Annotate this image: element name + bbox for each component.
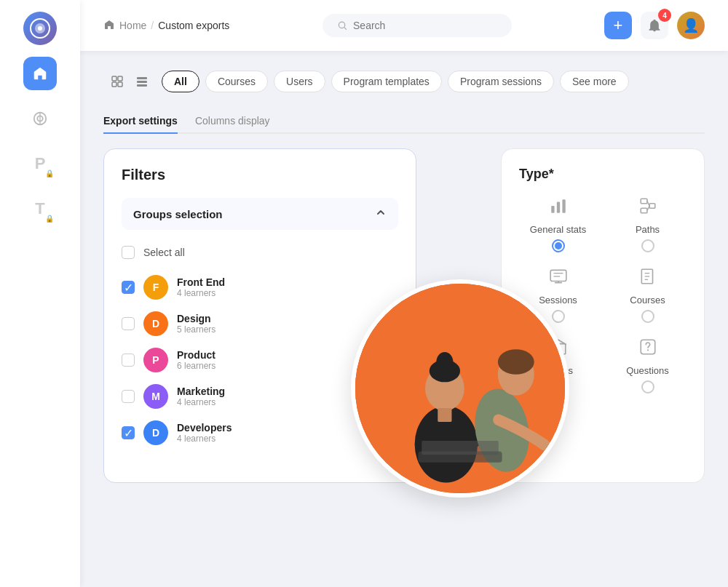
group-count-developers: 4 learners bbox=[177, 434, 232, 444]
courses-icon bbox=[638, 267, 657, 290]
breadcrumb-current: Custom exports bbox=[158, 20, 229, 31]
svg-rect-36 bbox=[550, 270, 566, 281]
group-checkbox-frontend[interactable]: ✓ bbox=[122, 281, 135, 294]
svg-rect-11 bbox=[118, 82, 122, 87]
type-label-courses: Courses bbox=[630, 295, 665, 306]
type-option-courses[interactable]: Courses bbox=[609, 267, 687, 323]
type-label-general-stats: General stats bbox=[530, 224, 586, 235]
group-name-frontend: Front End bbox=[177, 276, 225, 288]
svg-rect-32 bbox=[641, 208, 647, 213]
bar-view-button[interactable] bbox=[131, 71, 153, 92]
group-name-design: Design bbox=[177, 313, 215, 324]
group-count-design: 5 learners bbox=[177, 324, 215, 335]
svg-rect-21 bbox=[438, 408, 451, 422]
chevron-up-icon bbox=[375, 207, 387, 221]
group-checkbox-product[interactable] bbox=[122, 354, 135, 367]
grid-view-button[interactable] bbox=[106, 71, 128, 92]
group-count-marketing: 4 learners bbox=[177, 397, 225, 407]
svg-rect-8 bbox=[112, 76, 116, 81]
svg-rect-14 bbox=[137, 84, 147, 87]
svg-rect-10 bbox=[112, 82, 116, 87]
sidebar-item-p[interactable]: P 🔒 bbox=[23, 147, 57, 180]
filter-tabs: All Courses Users Program templates Prog… bbox=[103, 68, 705, 95]
svg-rect-30 bbox=[562, 199, 565, 212]
search-input[interactable] bbox=[353, 20, 497, 31]
svg-rect-12 bbox=[137, 77, 147, 79]
svg-rect-28 bbox=[551, 206, 554, 213]
group-avatar-product: P bbox=[143, 348, 168, 372]
group-avatar-developers: D bbox=[143, 420, 168, 445]
header: Home / Custom exports + 4 bbox=[80, 0, 728, 51]
add-button[interactable]: + bbox=[604, 12, 632, 39]
svg-point-20 bbox=[436, 352, 453, 372]
filter-tab-all[interactable]: All bbox=[162, 71, 199, 92]
group-checkbox-developers[interactable]: ✓ bbox=[122, 426, 135, 439]
svg-point-48 bbox=[646, 349, 648, 351]
svg-rect-27 bbox=[422, 441, 499, 455]
breadcrumb-sep: / bbox=[151, 20, 154, 31]
filter-tab-see-more[interactable]: See more bbox=[560, 71, 629, 92]
group-name-marketing: Marketing bbox=[177, 386, 225, 397]
sidebar-logo bbox=[23, 12, 57, 45]
search-icon bbox=[337, 20, 347, 31]
breadcrumb: Home / Custom exports bbox=[103, 19, 229, 33]
select-all-row[interactable]: Select all bbox=[122, 241, 398, 263]
panels: Filters Groups selection Select a bbox=[103, 148, 705, 483]
type-radio-questions[interactable] bbox=[641, 380, 654, 394]
type-label-paths: Paths bbox=[636, 224, 660, 235]
header-actions: + 4 👤 bbox=[604, 12, 705, 39]
group-name-product: Product bbox=[177, 349, 215, 361]
group-name-developers: Developers bbox=[177, 422, 232, 434]
sidebar-item-t[interactable]: T 🔒 bbox=[23, 192, 57, 225]
type-option-general-stats[interactable]: General stats bbox=[519, 196, 597, 252]
svg-rect-31 bbox=[641, 199, 647, 204]
tab-columns-display[interactable]: Columns display bbox=[195, 109, 270, 134]
svg-rect-29 bbox=[556, 202, 559, 213]
sidebar-item-circle[interactable] bbox=[23, 102, 57, 135]
sidebar: P 🔒 T 🔒 bbox=[0, 0, 80, 587]
questions-icon bbox=[638, 338, 657, 361]
group-avatar-marketing: M bbox=[143, 384, 168, 409]
content: All Courses Users Program templates Prog… bbox=[80, 51, 728, 587]
type-radio-general-stats[interactable] bbox=[552, 239, 565, 252]
svg-point-24 bbox=[498, 349, 534, 375]
group-avatar-design: D bbox=[143, 311, 168, 336]
type-radio-paths[interactable] bbox=[641, 239, 654, 252]
groups-selection-header[interactable]: Groups selection bbox=[122, 198, 398, 230]
sidebar-item-home[interactable] bbox=[23, 57, 57, 90]
group-checkbox-marketing[interactable] bbox=[122, 390, 135, 403]
svg-rect-13 bbox=[137, 81, 147, 83]
svg-rect-9 bbox=[118, 76, 122, 81]
general-stats-icon bbox=[549, 196, 568, 220]
select-all-checkbox[interactable] bbox=[122, 246, 135, 259]
search-bar[interactable] bbox=[323, 14, 512, 37]
type-radio-courses[interactable] bbox=[641, 310, 654, 323]
page-tabs: Export settings Columns display bbox=[103, 109, 705, 134]
group-avatar-frontend: F bbox=[143, 275, 168, 300]
group-count-frontend: 4 learners bbox=[177, 288, 225, 298]
select-all-label: Select all bbox=[143, 247, 185, 258]
notification-badge: 4 bbox=[658, 9, 671, 22]
tab-export-settings[interactable]: Export settings bbox=[103, 109, 178, 134]
groups-selection-label: Groups selection bbox=[133, 208, 223, 220]
filter-tab-courses[interactable]: Courses bbox=[205, 71, 268, 92]
type-option-questions[interactable]: Questions bbox=[609, 338, 687, 394]
type-title: Type* bbox=[519, 167, 687, 182]
filter-tab-users[interactable]: Users bbox=[274, 71, 325, 92]
user-avatar[interactable]: 👤 bbox=[677, 12, 705, 39]
svg-point-25 bbox=[539, 441, 553, 450]
view-toggle bbox=[103, 68, 156, 95]
group-checkbox-design[interactable] bbox=[122, 317, 135, 330]
filters-title: Filters bbox=[122, 167, 398, 183]
type-option-paths[interactable]: Paths bbox=[609, 196, 687, 252]
paths-icon bbox=[638, 196, 657, 220]
group-count-product: 6 learners bbox=[177, 361, 215, 371]
notification-button[interactable]: 4 bbox=[641, 12, 668, 39]
home-icon bbox=[103, 19, 115, 33]
svg-line-7 bbox=[344, 28, 347, 30]
filter-tab-program-templates[interactable]: Program templates bbox=[331, 71, 442, 92]
type-label-questions: Questions bbox=[626, 365, 669, 376]
filter-tab-program-sessions[interactable]: Program sessions bbox=[448, 71, 554, 92]
breadcrumb-home[interactable]: Home bbox=[119, 20, 146, 31]
svg-rect-33 bbox=[649, 204, 655, 209]
